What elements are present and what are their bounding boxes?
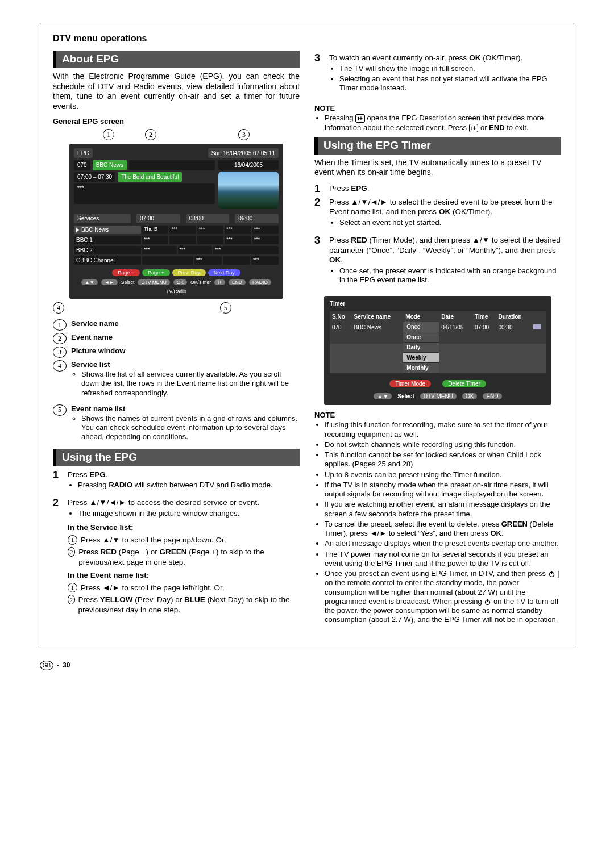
epg-timer-steps: 1Press EPG. 2 Press ▲/▼/◄/► to select th…: [314, 183, 561, 289]
general-epg-screen-label: General EPG screen: [53, 117, 300, 126]
col-h3: 09:00: [235, 214, 279, 223]
using-epg-heading: Using the EPG: [53, 449, 300, 466]
row-bbc1: BBC 1: [74, 236, 141, 244]
epg-timer-intro: When the Timer is set, the TV automatica…: [314, 158, 561, 178]
callout-2: 2: [145, 129, 156, 140]
note2-head: NOTE: [314, 411, 561, 419]
about-epg-heading: About EPG: [53, 51, 300, 68]
btn-timer-mode: Timer Mode: [389, 380, 431, 387]
callout-1: 1: [103, 129, 114, 140]
info-plus-icon: i+: [355, 114, 365, 123]
callout-3: 3: [238, 129, 250, 140]
using-epg-steps: 1 Press EPG. Pressing RADIO will switch …: [53, 470, 300, 615]
hint-ud-icon: ▲▼: [374, 393, 392, 399]
hint-ud-icon: ▲▼: [81, 279, 98, 285]
col-h1: 07:00: [136, 214, 180, 223]
epg-channel-name: BBC News: [93, 160, 127, 170]
right-column: 3 To watch an event currently on-air, pr…: [314, 51, 561, 629]
col-services: Services: [74, 214, 131, 223]
epg-event-title: The Bold and Beautiful: [118, 172, 182, 182]
power-icon: [548, 570, 555, 578]
nav-next-day: Next Day: [208, 269, 240, 276]
nav-prev-day: Prev. Day: [172, 269, 206, 276]
page-section-title: DTV menu operations: [53, 34, 561, 44]
nav-page-minus: Page −: [112, 269, 140, 276]
callout-4: 4: [53, 302, 64, 314]
note1-head: NOTE: [314, 104, 561, 112]
callouts-top: 1 2 3: [53, 129, 300, 140]
col-h2: 08:00: [186, 214, 230, 223]
left-column: About EPG With the Electronic Programme …: [53, 51, 300, 629]
callout-5: 5: [220, 302, 231, 314]
epg-channel-no: 070: [74, 160, 90, 170]
row-cbbc: CBBC Channel: [74, 256, 141, 265]
hint-lr-icon: ◄►: [101, 279, 118, 285]
timer-entry-indicator-icon: [533, 324, 541, 329]
nav-page-plus: Page +: [142, 269, 170, 276]
callouts-bottom: 4 5: [53, 302, 300, 314]
info-plus-icon: i+: [469, 124, 479, 132]
epg-timeslot: 07:00 – 07:30: [74, 172, 115, 182]
about-epg-intro: With the Electronic Programme Guide (EPG…: [53, 72, 300, 111]
epg-label: EPG: [74, 148, 93, 158]
timer-screen-mockup: Timer S.No Service name Mode Date Time D…: [324, 296, 551, 405]
epg-timer-heading: Using the EPG Timer: [314, 137, 561, 155]
epg-event-more: ***: [74, 183, 215, 204]
epg-sched-date: 16/04/2005: [218, 160, 279, 170]
note2-list: If using this function for recording, ma…: [314, 420, 561, 624]
epg-legend: 1Service name 2Event name 3Picture windo…: [53, 319, 300, 446]
epg-screen-mockup: EPG Sun 16/04/2005 07:05:11 070 BBC News: [69, 144, 283, 299]
power-icon: [484, 598, 491, 606]
row-bbc-news: BBC News: [74, 226, 141, 234]
epg-datetime: Sun 16/04/2005 07:05:11: [208, 148, 279, 158]
epg-picture-window: [218, 172, 279, 209]
page-number: GB - 30: [40, 661, 574, 670]
row-bbc2: BBC 2: [74, 246, 141, 254]
btn-delete-timer: Delete Timer: [442, 380, 486, 387]
